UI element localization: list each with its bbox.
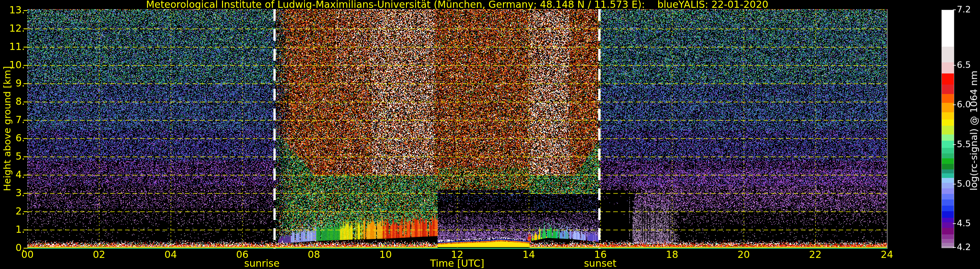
x-tick-label: 18 (657, 249, 687, 260)
y-tick-label: 3. (0, 187, 25, 199)
colorbar-tick-label: 5.5 (957, 139, 980, 149)
colorbar-tick-label: 5.0 (957, 178, 980, 189)
colorbar-tick (953, 105, 956, 105)
plot-canvas (0, 0, 980, 269)
colorbar-tick (953, 247, 956, 248)
y-tick-label: 13. (0, 4, 25, 16)
x-tick-label: 16 (586, 249, 615, 260)
y-tick-label: 2. (0, 205, 25, 217)
colorbar (942, 10, 954, 248)
colorbar-tick-label: 4.2 (957, 242, 980, 252)
colorbar-tick (953, 223, 956, 224)
x-tick-label: 04 (156, 249, 186, 260)
x-tick-label: 00 (13, 249, 42, 260)
y-tick-label: 10. (0, 59, 25, 70)
colorbar-tick (953, 144, 956, 145)
colorbar-axis-label: log(rc-signal) @ 1064 nm (968, 70, 979, 190)
colorbar-tick (953, 65, 956, 65)
y-tick-label: 12. (0, 22, 25, 34)
y-tick-label: 1. (0, 224, 25, 235)
y-tick-label: 7. (0, 114, 25, 125)
colorbar-tick-label: 7.2 (957, 4, 980, 14)
page-title: Meteorological Institute of Ludwig-Maxim… (27, 0, 887, 10)
x-tick-label: 10 (371, 249, 400, 260)
y-tick-label: 6. (0, 132, 25, 144)
y-tick-label: 9. (0, 77, 25, 89)
y-tick-label: 5. (0, 151, 25, 162)
lidar-quicklook-figure: Meteorological Institute of Ludwig-Maxim… (0, 0, 980, 269)
colorbar-tick-label: 4.5 (957, 218, 980, 228)
x-tick-label: 02 (84, 249, 114, 260)
y-tick-label: 4. (0, 169, 25, 180)
colorbar-tick-label: 6.5 (957, 60, 980, 70)
x-tick-label: 06 (228, 249, 257, 260)
colorbar-tick-label: 6.0 (957, 99, 980, 109)
x-tick-label: 12 (442, 249, 472, 260)
colorbar-tick (953, 184, 956, 185)
x-tick-label: 20 (729, 249, 758, 260)
x-tick-label: 08 (299, 249, 329, 260)
x-tick-label: 24 (872, 249, 902, 260)
x-tick-label: 22 (801, 249, 830, 260)
y-tick-label: 8. (0, 96, 25, 107)
colorbar-tick (953, 10, 956, 10)
y-tick-label: 11. (0, 41, 25, 52)
x-tick-label: 14 (514, 249, 543, 260)
